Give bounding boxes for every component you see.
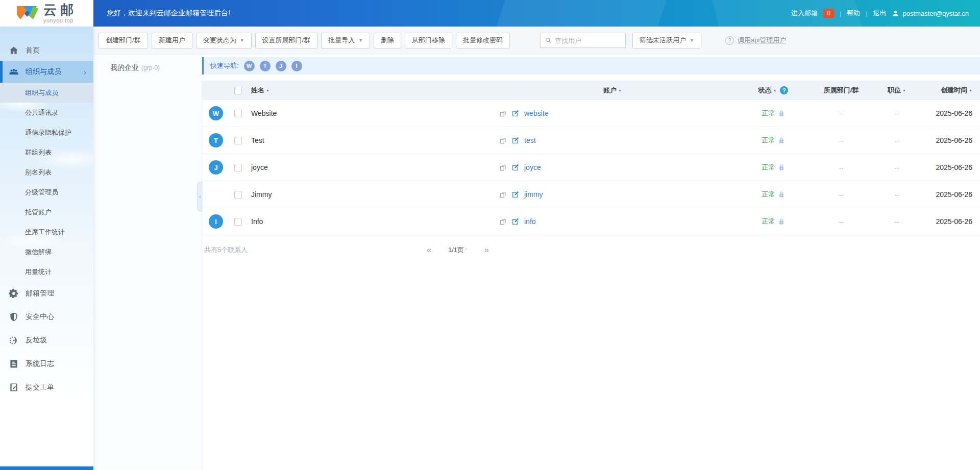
copy-icon[interactable] (499, 137, 507, 144)
sidebar-item[interactable]: 提交工单 (0, 376, 93, 399)
sidebar-item[interactable]: 首页 (0, 40, 93, 61)
copy-icon[interactable] (499, 191, 507, 199)
sidebar-item[interactable]: 系统日志 (0, 352, 93, 376)
toolbar-button[interactable]: 新建用户 (152, 33, 192, 48)
lock-icon[interactable] (778, 110, 785, 117)
pagination: « 1/1页^ » (427, 245, 489, 255)
search-input[interactable] (555, 37, 621, 44)
quick-nav-badge[interactable]: I (291, 61, 302, 71)
toolbar-button[interactable]: 设置所属部门/群 (255, 33, 318, 48)
enter-mailbox-link[interactable]: 进入邮箱 (791, 9, 818, 18)
sidebar-subitem[interactable]: 通信录隐私保护 (0, 122, 93, 142)
account-link[interactable]: test (524, 136, 536, 144)
sidebar-subitem[interactable]: 公共通讯录 (0, 103, 93, 122)
toolbar-button[interactable]: 删除 (374, 33, 401, 48)
account-menu[interactable]: postmaster@qystar.cn (892, 10, 969, 17)
toolbar-button[interactable]: 变更状态为▼ (196, 33, 252, 48)
filter-inactive-users-button[interactable]: 筛选未活跃用户 ▼ (632, 33, 701, 48)
sidebar-subitem[interactable]: 用量统计 (0, 262, 93, 282)
prev-page-button[interactable]: « (427, 245, 431, 255)
sidebar-subitem[interactable]: 坐席工作统计 (0, 222, 93, 242)
sidebar-subitem[interactable]: 分级管理员 (0, 182, 93, 202)
sidebar-subitem[interactable]: 微信解绑 (0, 242, 93, 262)
sidebar-subitem[interactable]: 托管账户 (0, 202, 93, 222)
lock-icon[interactable] (778, 164, 785, 171)
sidebar-item[interactable]: 组织与成员› (0, 61, 93, 83)
row-checkbox[interactable] (234, 191, 242, 199)
account-link[interactable]: website (524, 109, 548, 117)
lock-icon[interactable] (778, 137, 785, 144)
tree-item-company[interactable]: 我的企业 (grp-0) (93, 60, 202, 76)
quick-nav-badge[interactable]: W (244, 61, 255, 71)
position-cell: -- (871, 218, 923, 226)
sidebar-subitem[interactable]: 组织与成员 (0, 83, 93, 103)
column-created[interactable]: 创建时间 (941, 86, 967, 95)
compose-icon[interactable] (511, 136, 520, 144)
log-icon (9, 359, 19, 369)
row-checkbox[interactable] (234, 137, 242, 144)
status-help-icon[interactable]: ? (780, 86, 788, 94)
toolbar-button[interactable]: 批量修改密码 (456, 33, 510, 48)
department-cell: -- (812, 137, 871, 144)
position-cell: -- (871, 191, 923, 199)
sidebar-item[interactable]: 邮箱管理 (0, 282, 93, 305)
row-checkbox[interactable] (234, 164, 242, 171)
select-all-checkbox[interactable] (234, 87, 242, 94)
shield-icon (9, 312, 19, 322)
dropdown-caret-icon: ▼ (240, 38, 244, 43)
toolbar-button[interactable]: 批量导入▼ (321, 33, 370, 48)
account-link[interactable]: joyce (524, 163, 541, 171)
sidebar-item[interactable]: 安全中心 (0, 305, 93, 329)
avatar: I (209, 214, 223, 229)
compose-icon[interactable] (511, 163, 520, 171)
panel-collapse-handle[interactable]: ‹ (197, 182, 203, 211)
status-label: 正常 (762, 190, 775, 199)
column-position[interactable]: 职位 (888, 86, 901, 95)
quick-nav-badge[interactable]: J (276, 61, 286, 71)
lock-icon[interactable] (778, 191, 785, 198)
created-date-cell: 2025-06-26 (923, 163, 980, 171)
sidebar-item-label: 提交工单 (26, 383, 54, 392)
row-checkbox[interactable] (234, 218, 242, 226)
logout-link[interactable]: 退出 (873, 9, 886, 18)
compose-icon[interactable] (511, 217, 520, 226)
sidebar-subitem[interactable]: 别名列表 (0, 162, 93, 182)
sidebar-item-label: 安全中心 (26, 312, 54, 321)
top-header: 云邮 yunyou.top 您好，欢迎来到云邮企业邮箱管理后台! 进入邮箱 0 … (0, 0, 980, 27)
sidebar: 首页组织与成员›组织与成员公共通讯录通信录隐私保护群组列表别名列表分级管理员托管… (0, 27, 93, 470)
compose-icon[interactable] (511, 190, 520, 199)
column-status[interactable]: 状态 (758, 86, 772, 95)
quick-nav-badge[interactable]: T (260, 61, 271, 71)
next-page-button[interactable]: » (484, 245, 489, 255)
toolbar-button[interactable]: 从部门移除 (405, 33, 452, 48)
column-account[interactable]: 账户 (603, 86, 617, 95)
copy-icon[interactable] (499, 164, 507, 171)
ticket-icon (9, 382, 19, 392)
chevron-right-icon: › (83, 68, 86, 77)
sidebar-subitem[interactable]: 群组列表 (0, 142, 93, 162)
user-name: Test (251, 136, 490, 144)
row-checkbox[interactable] (234, 110, 242, 117)
toolbar-button[interactable]: 创建部门/群 (99, 33, 148, 48)
copy-icon[interactable] (499, 110, 507, 117)
lock-icon[interactable] (778, 218, 785, 225)
antispam-icon (9, 335, 19, 345)
created-date-cell: 2025-06-26 (923, 109, 980, 117)
page-indicator[interactable]: 1/1页^ (448, 245, 468, 255)
column-name[interactable]: 姓名 (251, 86, 264, 95)
user-name: joyce (251, 163, 490, 171)
page-dropdown-caret-icon: ^ (465, 248, 468, 253)
logo: 云邮 yunyou.top (0, 0, 93, 27)
account-email: postmaster@qystar.cn (902, 10, 969, 17)
dropdown-caret-icon: ▼ (690, 38, 694, 43)
compose-icon[interactable] (511, 109, 520, 117)
account-link[interactable]: jimmy (524, 190, 543, 199)
dropdown-caret-icon: ▼ (358, 38, 363, 43)
copy-icon[interactable] (499, 218, 507, 226)
account-link[interactable]: info (524, 217, 536, 226)
help-link[interactable]: 帮助 (847, 9, 860, 18)
sidebar-item[interactable]: 反垃圾 (0, 329, 93, 352)
home-icon (9, 45, 19, 56)
api-manage-users-link[interactable]: ? 调用api管理用户 (725, 36, 786, 45)
sidebar-bottom-bar (0, 466, 93, 470)
